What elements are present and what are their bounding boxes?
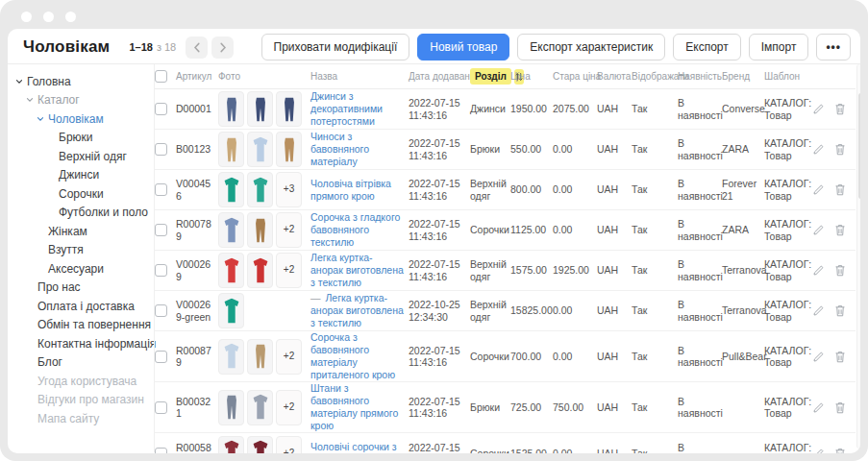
edit-icon[interactable] [812,224,825,236]
delete-icon[interactable] [834,224,846,236]
edit-icon[interactable] [812,401,825,414]
more-button[interactable]: ••• [816,34,851,61]
column-header-розділ[interactable]: Розділ [470,68,510,85]
column-header-назва[interactable]: Назва [310,71,409,82]
product-name-link[interactable]: Сорочка з бавовняного матеріалу притален… [310,331,395,380]
sidebar-item-жінкам[interactable]: Жінкам [8,222,154,241]
export-button[interactable]: Експорт [673,34,740,61]
product-photo-pants-icon[interactable] [247,339,273,375]
sidebar-item-взуття[interactable]: Взуття [8,241,154,260]
delete-icon[interactable] [834,183,846,196]
edit-icon[interactable] [812,103,825,115]
delete-icon[interactable] [834,304,846,317]
row-checkbox[interactable] [155,401,167,414]
product-photo-top-icon[interactable] [218,212,244,248]
delete-icon[interactable] [834,351,846,363]
product-photo-top-icon[interactable] [247,436,273,454]
column-header-валюта[interactable]: Валюта [597,71,632,82]
delete-icon[interactable] [834,401,846,414]
product-photo-pants-icon[interactable] [247,91,273,127]
product-photo-pants-icon[interactable] [218,132,244,167]
sidebar-item-сорочки[interactable]: Сорочки [8,184,154,204]
sidebar-item-оплата-і-доставка[interactable]: Оплата і доставка [8,297,154,316]
product-photo-pants-icon[interactable] [218,91,244,127]
product-name-link[interactable]: Чиноси з бавовняного матеріалу [310,131,369,167]
edit-icon[interactable] [812,351,825,363]
sidebar-item-мапа-сайту[interactable]: Мапа сайту [8,409,154,428]
column-header-шаблон[interactable]: Шаблон [764,71,812,82]
product-photo-top-icon[interactable] [218,293,244,328]
sidebar-item-верхній-одяг[interactable]: Верхній одяг [8,147,154,166]
column-header-ціна[interactable]: Ціна [510,71,553,82]
sidebar-item-обмін-та-повернення[interactable]: Обмін та повернення [8,316,154,335]
column-header-бренд[interactable]: Бренд [722,71,764,82]
scrollbar-thumb[interactable] [858,93,860,199]
product-photo-pants-icon[interactable] [247,212,273,248]
row-checkbox[interactable] [155,224,167,236]
sidebar-item-блог[interactable]: Блог [8,353,154,373]
row-checkbox[interactable] [155,264,167,277]
sidebar-item-аксесуари[interactable]: Аксесуари [8,259,154,279]
select-all-checkbox[interactable] [155,70,167,83]
sidebar-item-футболки-и-поло[interactable]: Футболки и поло [8,204,154,223]
product-photo-top-icon[interactable] [247,172,273,207]
sidebar-item-брюки[interactable]: Брюки [8,129,154,148]
product-name-link[interactable]: Сорочка з гладкого бавовняного текстилю [310,211,400,248]
more-photos-badge[interactable]: +2 [276,339,302,375]
column-header-відображати[interactable]: Відображати [632,71,678,82]
prev-page-button[interactable] [186,36,208,59]
export-characteristics-button[interactable]: Експорт характеристик [517,34,665,61]
sidebar-item-головна[interactable]: Головна [8,72,154,91]
edit-icon[interactable] [812,143,825,156]
product-photo-pants-icon[interactable] [276,91,302,127]
product-photo-top-icon[interactable] [247,132,273,167]
product-name-link[interactable]: — Легка куртка-анорак виготовлена з текс… [310,292,404,328]
sidebar-item-контактна-інформація[interactable]: Контактна інформація [8,334,154,353]
sidebar-item-чоловікам[interactable]: Чоловікам [8,109,154,129]
product-photo-top-icon[interactable] [247,390,273,425]
delete-icon[interactable] [834,264,846,277]
sidebar-item-відгуки-про-магазин[interactable]: Відгуки про магазин [8,391,154,410]
product-photo-top-icon[interactable] [247,253,273,288]
new-product-button[interactable]: Новий товар [417,34,509,61]
delete-icon[interactable] [834,448,846,454]
product-photo-top-icon[interactable] [218,436,244,454]
row-checkbox[interactable] [155,183,167,196]
sidebar-item-каталог[interactable]: Каталог [8,91,154,110]
more-photos-badge[interactable]: +2 [276,436,302,454]
delete-icon[interactable] [834,143,846,156]
edit-icon[interactable] [812,183,825,196]
product-photo-top-icon[interactable] [218,339,244,375]
sidebar-item-джинси[interactable]: Джинси [8,166,154,185]
product-name-link[interactable]: Чоловічі сорочки з легкого текстилю [310,441,397,453]
row-checkbox[interactable] [155,448,167,454]
product-photo-top-icon[interactable] [218,253,244,288]
column-header-наявність[interactable]: Наявність [678,71,722,82]
more-photos-badge[interactable]: +3 [276,172,302,207]
product-name-link[interactable]: Штани з бавовняного матеріалу прямого кр… [310,382,398,431]
row-checkbox[interactable] [155,351,167,363]
next-page-button[interactable] [211,36,234,59]
column-header-стара-ціна[interactable]: Стара ціна [553,71,597,82]
sidebar-item-про-нас[interactable]: Про нас [8,279,154,298]
row-checkbox[interactable] [155,304,167,317]
delete-icon[interactable] [834,103,846,115]
product-name-link[interactable]: Чоловіча вітрівка прямого крою [310,178,391,202]
more-photos-badge[interactable]: +2 [276,212,302,248]
product-photo-pants-icon[interactable] [218,390,244,425]
product-photo-pants-icon[interactable] [276,132,302,167]
edit-icon[interactable] [812,304,825,317]
import-button[interactable]: Імпорт [749,34,809,61]
product-name-link[interactable]: Легка куртка-анорак виготовлена з тексти… [310,252,404,288]
product-photo-top-icon[interactable] [218,172,244,207]
column-header-артикул[interactable]: Артикул [176,71,218,82]
scrollbar[interactable] [856,64,860,449]
column-header-дата-додавання[interactable]: Дата додавання [409,71,470,82]
more-photos-badge[interactable]: +2 [276,253,302,288]
column-header-фото[interactable]: Фото [218,71,310,82]
row-checkbox[interactable] [155,103,167,115]
row-checkbox[interactable] [155,143,167,156]
hide-modifications-button[interactable]: Приховати модифікації [261,34,410,61]
more-photos-badge[interactable]: +2 [276,390,302,425]
edit-icon[interactable] [812,264,825,277]
